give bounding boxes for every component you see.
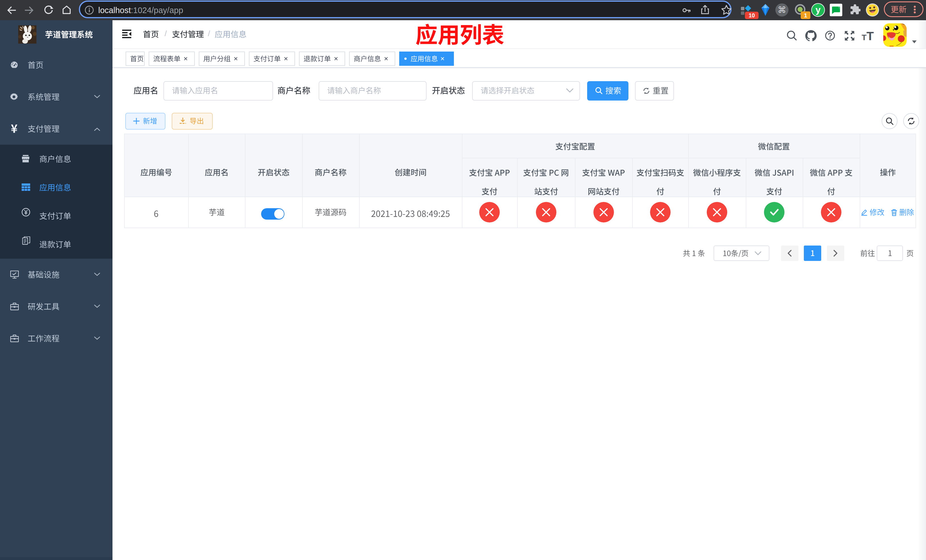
svg-text:T: T xyxy=(862,33,867,41)
svg-text:T: T xyxy=(867,31,874,41)
svg-text:y: y xyxy=(816,5,821,15)
svg-text:⌘: ⌘ xyxy=(778,5,786,15)
